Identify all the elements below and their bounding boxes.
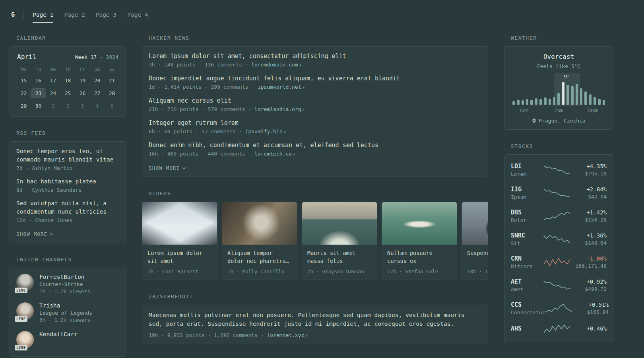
calendar-day: 21 — [105, 76, 119, 85]
video-card[interactable]: Mauris sit amet massa felis 7h · Grayson… — [302, 202, 377, 280]
hn-item-title[interactable]: Donec imperdiet augue tincidunt felis al… — [149, 74, 481, 83]
hn-item-domain-link[interactable]: ipsumworld.net — [258, 84, 301, 90]
video-card[interactable]: Nullam posuere cursus ex 17h · Stefan Co… — [382, 202, 457, 280]
stock-row: CCS Consectetur +0.51% $165.84 — [511, 297, 607, 320]
show-more-label: SHOW MORE — [16, 231, 48, 237]
rss-item-title[interactable]: Sed volutpat nulla nisl, a condimentum n… — [16, 199, 119, 216]
video-card-body: Nullam posuere cursus ex 17h · Stefan Co… — [382, 245, 457, 280]
stock-row: SNRC Sit +1.36% $148.64 — [511, 228, 607, 251]
hn-item-domain-link[interactable]: loremtech.co — [254, 151, 292, 157]
twitch-channel-meta: 3h · 1.2k viewers — [39, 317, 92, 323]
video-thumbnail[interactable] — [142, 202, 217, 245]
rss-item-title[interactable]: In hac habitasse platea — [16, 177, 119, 186]
twitch-channel-row[interactable]: LIVE Trisha League of Legends 3h · 1.2k … — [16, 302, 119, 323]
reddit-domain-link[interactable]: loremnet.xyz — [267, 332, 304, 338]
top-nav: G Page 1 Page 2 Page 3 Page 4 — [10, 6, 634, 24]
hn-item-meta: 16h · 468 points · 440 comments · loremt… — [149, 151, 481, 157]
page-tabs: Page 1 Page 2 Page 3 Page 4 — [33, 10, 148, 19]
calendar-day: 28 — [105, 89, 119, 98]
stock-figures: +2.84% $42.04 — [571, 186, 607, 200]
hackernews-card: Lorem ipsum dolor sit amet, consectetur … — [142, 46, 488, 177]
section-title-subreddit: /R/SUBREDDIT — [149, 294, 488, 300]
video-card[interactable]: Aliquam tempor dolor nec pharetra… 1h · … — [222, 202, 297, 280]
calendar-day-next-month: 3 — [75, 101, 90, 111]
twitch-widget: TWITCH CHANNELS LIVE ForrestBurton Count… — [10, 257, 126, 357]
rss-item: In hac habitasse platea 8d · Cynthia Sau… — [16, 177, 119, 193]
tab-page-4[interactable]: Page 4 — [127, 10, 148, 19]
nav-divider — [23, 10, 24, 19]
calendar-day-next-month: 4 — [90, 101, 105, 111]
reddit-post-meta: 19h · 9,932 points · 1,090 comments · lo… — [149, 332, 481, 338]
weather-time-axis: 6am 2pm 10pm — [511, 108, 607, 114]
twitch-channel-name: Trisha — [39, 302, 92, 309]
twitch-channel-info: ForrestBurton Counter-Strike 1h · 1.7k v… — [39, 274, 90, 294]
stock-price: $156.28 — [571, 217, 607, 223]
twitch-channel-row[interactable]: LIVE KendallCarr — [16, 331, 119, 348]
video-thumbnail[interactable] — [222, 202, 297, 245]
stock-row: AET Amet +0.92% $499.72 — [511, 274, 607, 297]
video-card[interactable]: Lorem ipsum dolor sit amet consectetu… 1… — [142, 202, 217, 280]
stock-symbol: SNRC — [511, 232, 543, 239]
weather-time-tick: 10pm — [587, 108, 598, 113]
video-thumbnail[interactable] — [302, 202, 377, 245]
weather-time-tick: 6am — [520, 108, 528, 113]
stock-symbol: CRN — [511, 255, 543, 262]
hn-item-domain-link[interactable]: loremlandia.org — [254, 106, 301, 112]
video-title: Mauris sit amet massa felis — [307, 249, 372, 265]
calendar-day: 18 — [60, 76, 75, 85]
stock-name: Dolor — [511, 217, 543, 223]
reddit-widget: /R/SUBREDDIT Maecenas mollis pulvinar er… — [142, 294, 488, 344]
hn-item-title[interactable]: Aliquam nec cursus elit — [149, 97, 481, 105]
calendar-week-label: Week 17 — [75, 54, 97, 60]
stocks-widget: STOCKS LDI Lorem +4.35% $795.18 — [504, 143, 613, 342]
twitch-channel-name: ForrestBurton — [39, 274, 90, 280]
live-badge: LIVE — [15, 345, 27, 350]
hn-item-domain-link[interactable]: loremdomain.com — [251, 62, 298, 68]
hn-show-more-button[interactable]: SHOW MORE — [149, 165, 185, 171]
stock-identity: AET Amet — [511, 278, 543, 292]
video-card-body: Lorem ipsum dolor sit amet consectetu… 1… — [142, 245, 217, 280]
video-card[interactable]: Suspendisse diam 18h · Tara — [462, 202, 488, 280]
stock-figures: +0.46% — [571, 325, 607, 333]
calendar-day: 16 — [31, 76, 46, 85]
video-thumbnail[interactable] — [382, 202, 457, 245]
stock-symbol: AHS — [511, 325, 543, 332]
stock-identity: IIG Ipsum — [511, 186, 543, 200]
video-thumbnail[interactable] — [462, 202, 488, 245]
stock-figures: +1.42% $156.28 — [571, 209, 607, 223]
reddit-card: Maecenas mollis pulvinar erat non posuer… — [142, 305, 488, 344]
external-link-icon: ↗ — [299, 62, 302, 68]
rss-item-meta: 8d · Cynthia Saunders — [16, 187, 119, 193]
stock-figures: +0.92% $499.72 — [571, 278, 607, 292]
twitch-channel-meta: 1h · 1.7k viewers — [39, 288, 90, 294]
hn-item-title[interactable]: Lorem ipsum dolor sit amet, consectetur … — [149, 52, 481, 60]
stock-change: +0.46% — [571, 325, 607, 332]
stock-name: Bitcorn — [511, 263, 543, 269]
calendar-day: 15 — [16, 76, 31, 85]
video-meta: 17h · Stefan Cole — [387, 268, 452, 274]
stock-change: +1.42% — [571, 209, 607, 216]
rss-item-title[interactable]: Donec tempor eros leo, ut commodo mauris… — [16, 147, 119, 164]
stock-identity: CRN Bitcorn — [511, 255, 543, 269]
tab-page-3[interactable]: Page 3 — [96, 10, 116, 19]
twitch-channel-row[interactable]: LIVE ForrestBurton Counter-Strike 1h · 1… — [16, 274, 119, 294]
reddit-post-title[interactable]: Maecenas mollis pulvinar erat non posuer… — [149, 311, 481, 329]
rss-item-meta: 7d · Ashlyn Martin — [16, 165, 119, 171]
rss-show-more-button[interactable]: SHOW MORE — [16, 231, 53, 237]
chevron-down-icon — [182, 166, 185, 169]
stock-sparkline — [543, 257, 571, 267]
tab-page-2[interactable]: Page 2 — [64, 10, 85, 19]
hn-item-title[interactable]: Donec enim nibh, condimentum et accumsan… — [149, 141, 481, 150]
hn-item-domain-link[interactable]: ipsumify.biz — [245, 128, 283, 134]
stock-row: IIG Ipsum +2.84% $42.04 — [511, 181, 607, 204]
section-title-stocks: STOCKS — [511, 143, 613, 149]
show-more-label: SHOW MORE — [149, 165, 180, 171]
app-logo[interactable]: G — [10, 11, 16, 18]
hn-item-title[interactable]: Integer eget rutrum lorem — [149, 119, 481, 127]
stock-symbol: CCS — [511, 301, 545, 308]
stock-figures: +0.51% $165.84 — [573, 302, 609, 315]
tab-page-1[interactable]: Page 1 — [33, 10, 53, 19]
twitch-channel-info: Trisha League of Legends 3h · 1.2k viewe… — [39, 302, 92, 323]
external-link-icon: ↗ — [302, 107, 305, 112]
external-link-icon: ↗ — [293, 152, 295, 157]
